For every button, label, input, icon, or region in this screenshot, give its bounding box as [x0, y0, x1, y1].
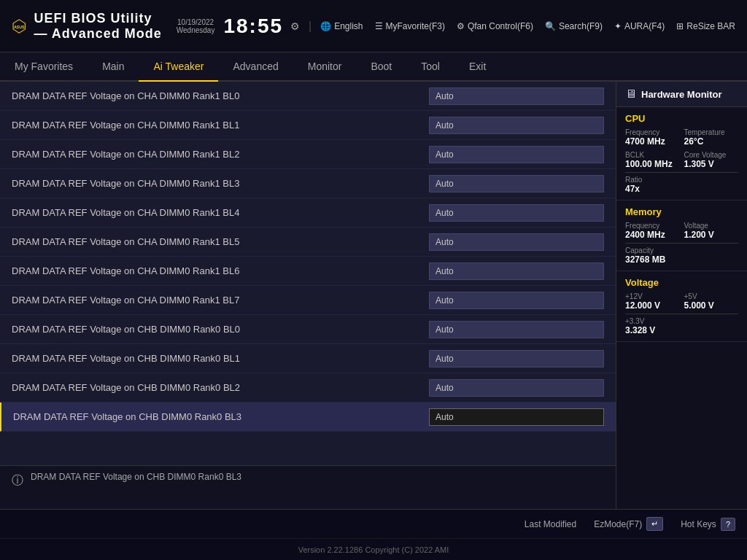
hw-mem-volt-label: Voltage: [684, 222, 739, 230]
content-area: DRAM DATA REF Voltage on CHA DIMM0 Rank1…: [0, 82, 616, 509]
header-tools: 🌐 English ☰ MyFavorite(F3) ⚙ Qfan Contro…: [320, 21, 735, 31]
tool-english[interactable]: 🌐 English: [320, 21, 363, 31]
hw-5v-value: 5.000 V: [684, 300, 739, 311]
header: ASUS UEFI BIOS Utility — Advanced Mode 1…: [0, 0, 747, 52]
setting-label: DRAM DATA REF Voltage on CHA DIMM0 Rank1…: [12, 149, 429, 160]
table-row[interactable]: DRAM DATA REF Voltage on CHA DIMM0 Rank1…: [0, 111, 616, 140]
setting-value[interactable]: Auto: [429, 262, 604, 280]
hw-capacity-value: 32768 MB: [625, 254, 738, 265]
hw-temperature-value: 26°C: [684, 136, 739, 147]
table-row[interactable]: DRAM DATA REF Voltage on CHB DIMM0 Rank0…: [0, 373, 616, 402]
setting-value[interactable]: Auto: [429, 146, 604, 163]
tool-myfavorite[interactable]: ☰ MyFavorite(F3): [375, 21, 445, 31]
hw-voltage-section: Voltage +12V 12.000 V +5V 5.000 V +3.3V …: [616, 271, 747, 342]
table-row[interactable]: DRAM DATA REF Voltage on CHA DIMM0 Rank1…: [0, 198, 616, 228]
hw-core-voltage-value: 1.305 V: [684, 159, 739, 169]
nav-ai-tweaker[interactable]: Ai Tweaker: [139, 52, 218, 82]
hw-mem-frequency: Frequency 2400 MHz: [625, 222, 680, 240]
hardware-monitor-panel: 🖥 Hardware Monitor CPU Frequency 4700 MH…: [616, 82, 747, 509]
setting-value[interactable]: Auto: [429, 233, 604, 251]
hw-cpu-section: CPU Frequency 4700 MHz Temperature 26°C …: [616, 107, 747, 201]
hw-ratio-label: Ratio: [625, 176, 738, 184]
hot-keys-key: ?: [721, 518, 735, 531]
hw-core-voltage-label: Core Voltage: [684, 151, 739, 159]
search-label: Search(F9): [559, 21, 603, 31]
info-icon: ⓘ: [12, 473, 23, 489]
main-layout: DRAM DATA REF Voltage on CHA DIMM0 Rank1…: [0, 82, 747, 509]
fan-icon: ⚙: [457, 21, 465, 31]
footer-last-modified[interactable]: Last Modified: [525, 519, 576, 529]
tool-aura[interactable]: ✦ AURA(F4): [614, 21, 665, 31]
table-row[interactable]: DRAM DATA REF Voltage on CHA DIMM0 Rank1…: [0, 140, 616, 169]
footer-ez-mode[interactable]: EzMode(F7) ↵: [594, 517, 663, 531]
svg-text:ASUS: ASUS: [14, 25, 25, 29]
hw-mem-freq-label: Frequency: [625, 222, 680, 230]
hw-memory-section: Memory Frequency 2400 MHz Voltage 1.200 …: [616, 201, 747, 271]
version-text: Version 2.22.1286 Copyright (C) 2022 AMI: [298, 545, 449, 554]
setting-label: DRAM DATA REF Voltage on CHA DIMM0 Rank1…: [12, 90, 429, 101]
setting-value[interactable]: Auto: [429, 175, 604, 192]
table-row[interactable]: DRAM DATA REF Voltage on CHA DIMM0 Rank1…: [0, 169, 616, 198]
nav-main[interactable]: Main: [88, 52, 139, 82]
settings-icon[interactable]: ⚙: [290, 20, 300, 32]
date-line1: 10/19/2022: [177, 18, 214, 26]
nav-tool[interactable]: Tool: [406, 52, 454, 82]
setting-value[interactable]: Auto: [429, 321, 604, 338]
tool-search[interactable]: 🔍 Search(F9): [545, 21, 603, 31]
hw-frequency-label: Frequency: [625, 128, 680, 136]
hw-monitor-title: Hardware Monitor: [641, 89, 722, 100]
hw-temperature-label: Temperature: [684, 128, 739, 136]
menu-icon: ☰: [375, 21, 383, 31]
setting-label: DRAM DATA REF Voltage on CHA DIMM0 Rank1…: [12, 236, 429, 247]
hw-voltage-grid: +12V 12.000 V +5V 5.000 V: [625, 292, 738, 311]
hw-12v-value: 12.000 V: [625, 300, 680, 311]
nav-exit[interactable]: Exit: [454, 52, 500, 82]
table-row[interactable]: DRAM DATA REF Voltage on CHB DIMM0 Rank0…: [0, 344, 616, 373]
nav-my-favorites[interactable]: My Favorites: [0, 52, 88, 82]
globe-icon: 🌐: [320, 21, 331, 31]
table-row[interactable]: DRAM DATA REF Voltage on CHA DIMM0 Rank1…: [0, 286, 616, 315]
hw-memory-grid: Frequency 2400 MHz Voltage 1.200 V: [625, 222, 738, 240]
table-row[interactable]: DRAM DATA REF Voltage on CHA DIMM0 Rank1…: [0, 82, 616, 111]
nav-monitor[interactable]: Monitor: [293, 52, 357, 82]
hw-mem-capacity: Capacity 32768 MB: [625, 246, 738, 265]
setting-label: DRAM DATA REF Voltage on CHA DIMM0 Rank1…: [12, 120, 429, 131]
setting-label: DRAM DATA REF Voltage on CHB DIMM0 Rank0…: [12, 382, 429, 393]
setting-value[interactable]: Auto: [429, 408, 604, 426]
table-row[interactable]: DRAM DATA REF Voltage on CHA DIMM0 Rank1…: [0, 257, 616, 286]
hw-divider3: [625, 314, 738, 314]
setting-label: DRAM DATA REF Voltage on CHB DIMM0 Rank0…: [12, 353, 429, 364]
datetime-left: 10/19/2022 Wednesday: [177, 18, 215, 34]
hw-5v-label: +5V: [684, 292, 739, 300]
settings-list: DRAM DATA REF Voltage on CHA DIMM0 Rank1…: [0, 82, 616, 465]
setting-value[interactable]: Auto: [429, 117, 604, 134]
logo-area: ASUS UEFI BIOS Utility — Advanced Mode: [12, 11, 162, 42]
footer-hot-keys[interactable]: Hot Keys ?: [681, 518, 735, 531]
myfavorite-label: MyFavorite(F3): [386, 21, 445, 31]
tool-resize[interactable]: ⊞ ReSize BAR: [676, 21, 735, 31]
nav-boot[interactable]: Boot: [356, 52, 406, 82]
setting-value[interactable]: Auto: [429, 292, 604, 309]
setting-label: DRAM DATA REF Voltage on CHB DIMM0 Rank0…: [13, 411, 429, 422]
setting-value[interactable]: Auto: [429, 204, 604, 222]
hw-divider: [625, 172, 738, 173]
hw-divider2: [625, 243, 738, 244]
setting-value[interactable]: Auto: [429, 350, 604, 368]
hw-cpu-title: CPU: [625, 113, 738, 124]
setting-value[interactable]: Auto: [429, 88, 604, 105]
info-description: DRAM DATA REF Voltage on CHB DIMM0 Rank0…: [31, 472, 241, 482]
setting-label: DRAM DATA REF Voltage on CHA DIMM0 Rank1…: [12, 265, 429, 276]
info-bar: ⓘ DRAM DATA REF Voltage on CHB DIMM0 Ran…: [0, 465, 616, 509]
table-row-selected[interactable]: DRAM DATA REF Voltage on CHB DIMM0 Rank0…: [0, 402, 616, 432]
hw-ratio-value: 47x: [625, 184, 738, 194]
table-row[interactable]: DRAM DATA REF Voltage on CHB DIMM0 Rank0…: [0, 315, 616, 344]
nav-advanced[interactable]: Advanced: [218, 52, 293, 82]
hw-field-core-voltage: Core Voltage 1.305 V: [684, 151, 739, 169]
qfan-label: Qfan Control(F6): [468, 21, 533, 31]
last-modified-label: Last Modified: [525, 519, 576, 529]
table-row[interactable]: DRAM DATA REF Voltage on CHA DIMM0 Rank1…: [0, 228, 616, 257]
hw-bclk-label: BCLK: [625, 151, 680, 159]
tool-qfan[interactable]: ⚙ Qfan Control(F6): [457, 21, 533, 31]
setting-value[interactable]: Auto: [429, 379, 604, 397]
hw-field-temperature: Temperature 26°C: [684, 128, 739, 147]
